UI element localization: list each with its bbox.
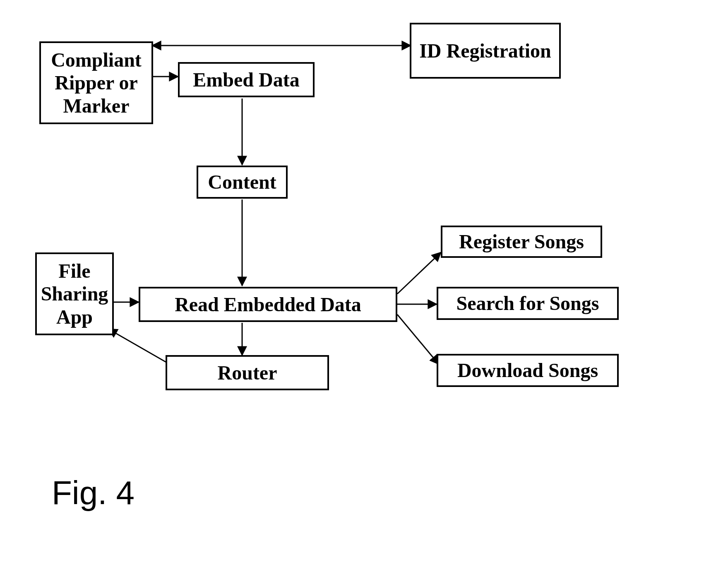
node-embed-data: Embed Data (178, 62, 315, 97)
diagram-canvas: Compliant Ripper or Marker ID Registrati… (0, 0, 728, 579)
svg-line-7 (397, 252, 441, 294)
node-read-embedded-data: Read Embedded Data (139, 287, 397, 322)
svg-line-6 (108, 329, 170, 364)
node-download-songs: Download Songs (437, 354, 619, 387)
node-content: Content (197, 166, 288, 199)
svg-line-9 (397, 315, 439, 364)
node-id-registration: ID Registration (410, 23, 561, 79)
node-compliant-ripper: Compliant Ripper or Marker (39, 41, 153, 124)
node-file-sharing-app: File Sharing App (35, 252, 114, 335)
node-search-songs: Search for Songs (437, 287, 619, 320)
node-router: Router (166, 355, 329, 390)
figure-caption: Fig. 4 (52, 474, 135, 512)
node-register-songs: Register Songs (441, 226, 602, 258)
